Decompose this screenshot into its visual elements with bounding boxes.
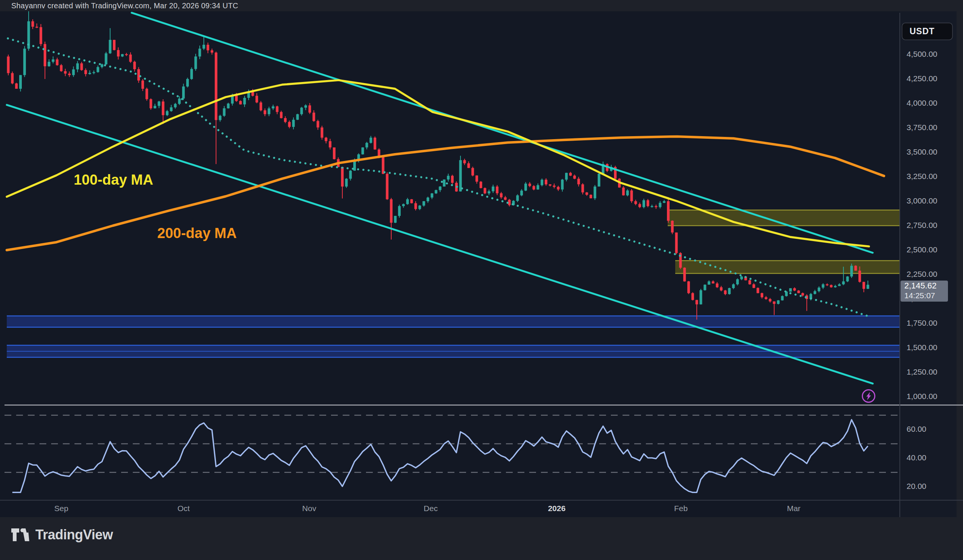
candle-body[interactable] [529,183,531,186]
candle-body[interactable] [850,266,853,277]
candle-body[interactable] [740,277,743,279]
candle-body[interactable] [23,49,26,75]
candle-body[interactable] [480,182,482,188]
candle-body[interactable] [259,102,262,110]
candle-body[interactable] [696,300,698,304]
candle-body[interactable] [292,120,295,127]
support-zone-lower[interactable] [7,345,900,357]
candle-body[interactable] [235,95,238,101]
candle-body[interactable] [484,188,486,193]
candle-body[interactable] [129,55,132,62]
candle-body[interactable] [186,79,189,86]
candle-body[interactable] [443,180,446,186]
candle-body[interactable] [44,44,46,66]
candle-body[interactable] [317,121,319,128]
price-axis-panel[interactable] [900,11,957,517]
candle-body[interactable] [667,201,670,221]
candle-body[interactable] [60,65,62,71]
candle-body[interactable] [157,102,160,106]
candle-body[interactable] [141,81,144,89]
candle-body[interactable] [272,107,274,108]
candle-body[interactable] [712,281,714,283]
candle-body[interactable] [867,285,869,289]
candle-body[interactable] [402,204,405,206]
candle-body[interactable] [846,277,849,281]
candle-body[interactable] [630,190,633,201]
candle-body[interactable] [463,160,466,163]
candle-body[interactable] [565,173,567,180]
candle-body[interactable] [647,200,649,206]
candle-body[interactable] [524,183,527,191]
candle-body[interactable] [687,281,690,293]
candle-body[interactable] [626,190,629,195]
candle-body[interactable] [154,106,156,108]
candle-body[interactable] [239,101,242,105]
candle-body[interactable] [659,203,661,207]
candle-body[interactable] [757,288,759,293]
candle-body[interactable] [858,271,861,282]
candle-body[interactable] [728,288,731,294]
candle-body[interactable] [7,57,10,73]
candle-body[interactable] [773,301,776,304]
candle-body[interactable] [300,108,303,114]
candle-body[interactable] [781,296,783,300]
candle-body[interactable] [752,284,755,288]
candle-body[interactable] [475,176,478,182]
candle-body[interactable] [276,107,278,112]
candle-body[interactable] [760,293,763,297]
candle-body[interactable] [418,206,421,209]
candle-body[interactable] [182,86,185,99]
candle-body[interactable] [31,21,34,27]
candle-body[interactable] [569,173,572,176]
candle-body[interactable] [19,75,22,89]
candle-body[interactable] [516,195,519,201]
candle-body[interactable] [345,179,348,186]
candle-body[interactable] [471,168,474,176]
currency-button[interactable]: USDT [902,23,952,40]
candle-body[interactable] [64,71,66,73]
candle-body[interactable] [174,104,177,107]
candle-body[interactable] [598,174,600,186]
candle-body[interactable] [818,288,820,291]
candle-body[interactable] [459,160,462,191]
candle-body[interactable] [206,45,209,50]
candle-body[interactable] [56,60,58,65]
candle-body[interactable] [704,285,706,290]
candle-body[interactable] [590,195,592,198]
candle-body[interactable] [199,49,201,57]
candle-body[interactable] [80,63,83,70]
candle-body[interactable] [488,191,490,194]
candle-body[interactable] [333,147,336,159]
candle-body[interactable] [304,105,307,108]
candle-body[interactable] [76,63,79,69]
candle-body[interactable] [72,69,75,75]
candle-body[interactable] [716,283,718,287]
candle-body[interactable] [268,108,271,114]
candle-body[interactable] [634,201,637,204]
candle-body[interactable] [663,201,665,203]
resistance-zone-lower[interactable] [675,261,900,274]
candle-body[interactable] [366,143,368,147]
candle-body[interactable] [325,138,327,141]
candle-body[interactable] [88,73,91,74]
candle-body[interactable] [798,291,800,293]
candle-body[interactable] [439,186,441,190]
candle-body[interactable] [496,186,498,193]
candle-body[interactable] [720,287,723,290]
candle-body[interactable] [170,107,173,111]
candle-body[interactable] [732,284,734,288]
candle-body[interactable] [219,116,222,120]
candle-body[interactable] [651,206,653,207]
candle-body[interactable] [553,185,556,186]
candle-body[interactable] [133,62,136,69]
candle-body[interactable] [854,266,857,271]
candle-body[interactable] [691,293,694,300]
candle-body[interactable] [533,186,535,189]
candle-body[interactable] [593,186,596,198]
candle-body[interactable] [117,50,120,57]
candle-body[interactable] [765,297,767,299]
candle-body[interactable] [655,206,657,207]
candle-body[interactable] [793,288,796,290]
candle-body[interactable] [504,197,507,200]
candle-body[interactable] [288,122,291,127]
